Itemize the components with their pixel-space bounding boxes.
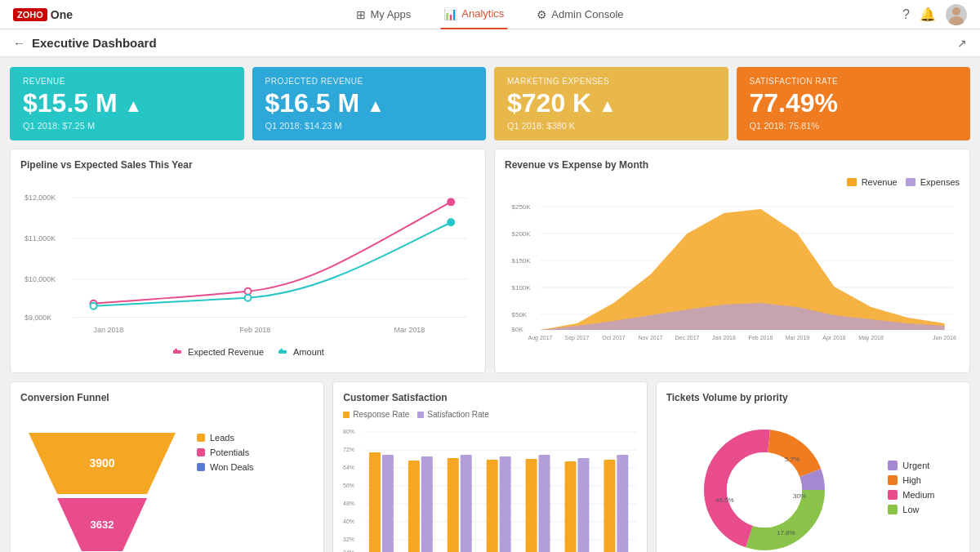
nav-my-apps[interactable]: ⊞ My Apps: [353, 0, 414, 29]
kpi-revenue-sub: Q1 2018: $7.25 M: [23, 121, 231, 131]
page-header-left: ← Executive Dashboard: [13, 36, 157, 50]
svg-text:$100K: $100K: [512, 284, 532, 292]
nav-center: ⊞ My Apps 📊 Analytics ⚙ Admin Console: [353, 0, 626, 29]
svg-text:$12,000K: $12,000K: [24, 194, 56, 203]
legend-won-deals: Won Deals: [197, 462, 314, 472]
admin-console-icon: ⚙: [537, 8, 547, 21]
svg-point-14: [245, 288, 252, 295]
legend-expected-revenue: Expected Revenue: [172, 346, 264, 358]
donut-svg: 5.7% 17.8% 46.5% 30%: [691, 416, 838, 552]
svg-point-18: [448, 219, 454, 225]
help-icon[interactable]: ?: [902, 7, 910, 22]
my-apps-label: My Apps: [370, 8, 411, 20]
svg-text:Jan 2018: Jan 2018: [712, 335, 736, 341]
svg-rect-72: [448, 458, 459, 552]
svg-text:May 2018: May 2018: [858, 335, 884, 341]
kpi-revenue-label: REVENUE: [23, 77, 231, 86]
customer-satisfaction-panel: Customer Satisfaction Response Rate Sati…: [332, 381, 647, 552]
kpi-projected: PROJECTED REVENUE $16.5 M ▲ Q1 2018: $14…: [252, 67, 487, 140]
conversion-funnel-title: Conversion Funnel: [20, 392, 314, 403]
nav-analytics[interactable]: 📊 Analytics: [440, 0, 507, 29]
svg-point-1: [949, 16, 964, 25]
svg-text:17.8%: 17.8%: [777, 529, 795, 536]
svg-rect-80: [604, 460, 616, 552]
svg-rect-70: [408, 461, 420, 552]
analytics-label: Analytics: [461, 7, 504, 20]
svg-text:48%: 48%: [343, 501, 354, 506]
user-avatar[interactable]: [946, 4, 967, 25]
legend-satisfaction-rate: Satisfaction Rate: [417, 410, 489, 419]
svg-rect-79: [578, 458, 590, 552]
svg-text:$0K: $0K: [512, 326, 524, 333]
funnel-legend: Leads Potentials Won Deals: [197, 416, 314, 477]
svg-text:80%: 80%: [343, 429, 354, 434]
revenue-expense-chart-title: Revenue vs Expense by Month: [505, 159, 960, 171]
back-button[interactable]: ←: [13, 36, 25, 50]
svg-text:64%: 64%: [343, 465, 354, 470]
kpi-marketing-value: $720 K ▲: [507, 89, 715, 118]
external-link-icon[interactable]: ↗: [957, 37, 967, 50]
svg-point-93: [727, 452, 802, 528]
legend-urgent: Urgent: [888, 461, 934, 470]
svg-text:Mar 2018: Mar 2018: [394, 326, 425, 334]
logo: ZOHO One: [13, 8, 73, 21]
svg-text:30%: 30%: [793, 492, 806, 500]
legend-medium: Medium: [888, 490, 934, 500]
pipeline-chart-panel: Pipeline vs Expected Sales This Year $12…: [10, 149, 486, 373]
kpi-revenue: REVENUE $15.5 M ▲ Q1 2018: $7.25 M: [10, 67, 244, 140]
one-logo: One: [51, 8, 73, 21]
notification-icon[interactable]: 🔔: [920, 7, 936, 22]
tickets-volume-title: Tickets Volume by priority: [666, 392, 960, 403]
svg-rect-73: [461, 455, 472, 552]
analytics-icon: 📊: [443, 7, 457, 20]
kpi-row: REVENUE $15.5 M ▲ Q1 2018: $7.25 M PROJE…: [10, 67, 970, 140]
svg-rect-77: [539, 455, 550, 552]
bottom-row: Conversion Funnel 3900 3632 1425 L: [10, 381, 970, 552]
nav-admin-console[interactable]: ⚙ Admin Console: [533, 0, 626, 29]
page-header: ← Executive Dashboard ↗: [0, 29, 980, 57]
sat-legend: Response Rate Satisfaction Rate: [343, 410, 636, 419]
kpi-satisfaction: SATISFACTION RATE 77.49% Q1 2018: 75.81%: [737, 67, 971, 140]
svg-text:40%: 40%: [343, 519, 354, 524]
svg-text:Oct 2017: Oct 2017: [602, 335, 626, 341]
svg-text:$9,000K: $9,000K: [24, 314, 51, 322]
svg-text:Dec 2017: Dec 2017: [675, 335, 700, 341]
svg-text:Feb 2018: Feb 2018: [240, 326, 271, 334]
funnel-svg: 3900 3632 1425: [20, 416, 184, 552]
kpi-marketing-sub: Q1 2018: $380 K: [507, 121, 715, 131]
svg-text:Feb 2018: Feb 2018: [749, 335, 773, 341]
pipeline-chart-svg: $12,000K $11,000K $10,000K $9,000K Jan 2…: [20, 177, 475, 341]
svg-text:$250K: $250K: [512, 203, 532, 211]
kpi-satisfaction-sub: Q1 2018: 75.81%: [750, 121, 958, 131]
satisfaction-svg: 80% 72% 64% 56% 48% 40% 32% 24%: [343, 424, 636, 552]
legend-amount: Amount: [277, 346, 324, 358]
kpi-projected-label: PROJECTED REVENUE: [265, 77, 474, 86]
svg-point-16: [91, 303, 97, 309]
donut-area: 5.7% 17.8% 46.5% 30% Urgent High: [666, 410, 960, 552]
nav-right: ? 🔔: [902, 4, 967, 25]
svg-text:Jan 2018: Jan 2018: [94, 326, 124, 334]
tickets-volume-panel: Tickets Volume by priority 5.7%: [656, 381, 970, 552]
svg-point-17: [245, 295, 252, 301]
kpi-revenue-value: $15.5 M ▲: [23, 89, 231, 118]
svg-rect-74: [487, 460, 498, 552]
svg-rect-78: [565, 461, 577, 552]
svg-point-0: [952, 7, 960, 16]
legend-expenses: Expenses: [906, 177, 960, 187]
customer-satisfaction-title: Customer Satisfaction: [343, 392, 636, 403]
svg-text:5.7%: 5.7%: [785, 456, 800, 463]
revenue-expense-svg: $250K $200K $150K $100K $50K $0K Aug 201…: [505, 197, 960, 344]
my-apps-icon: ⊞: [356, 8, 366, 21]
kpi-projected-sub: Q1 2018: $14.23 M: [265, 121, 474, 131]
dashboard: REVENUE $15.5 M ▲ Q1 2018: $7.25 M PROJE…: [0, 57, 980, 552]
legend-response-rate: Response Rate: [343, 410, 409, 419]
svg-text:3632: 3632: [91, 519, 114, 531]
svg-text:$11,000K: $11,000K: [24, 234, 56, 243]
svg-rect-71: [421, 456, 433, 552]
charts-row: Pipeline vs Expected Sales This Year $12…: [10, 149, 970, 373]
svg-rect-21: [278, 350, 287, 354]
svg-rect-69: [382, 455, 394, 552]
svg-text:32%: 32%: [343, 536, 354, 542]
svg-text:$10,000K: $10,000K: [24, 275, 56, 283]
svg-text:Mar 2018: Mar 2018: [786, 335, 810, 341]
